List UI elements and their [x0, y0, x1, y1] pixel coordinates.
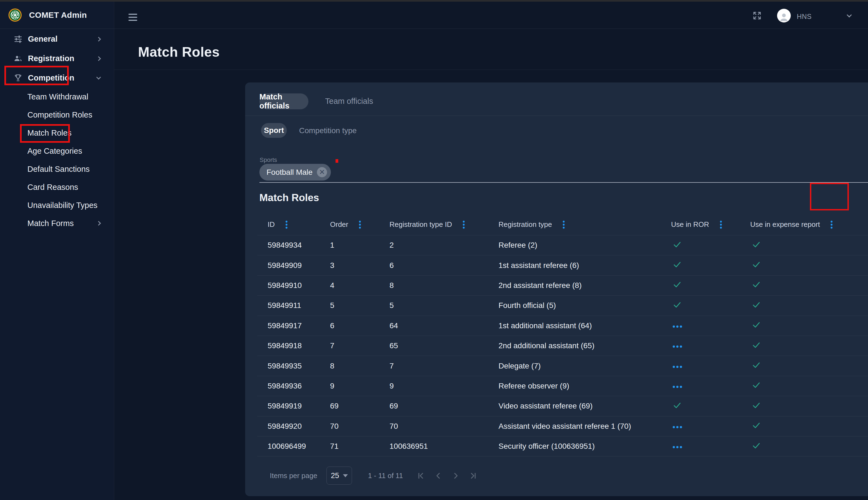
check-icon[interactable] [752, 401, 761, 410]
check-icon[interactable] [752, 320, 761, 329]
check-icon[interactable] [752, 341, 761, 349]
tab-match-officials[interactable]: Match officials [259, 93, 309, 109]
check-icon[interactable] [752, 421, 761, 430]
check-icon[interactable] [752, 300, 761, 309]
topbar: HNS [114, 2, 868, 29]
last-page-button[interactable] [468, 471, 477, 480]
sidebar-item-label: Team Withdrawal [27, 92, 88, 101]
check-icon[interactable] [752, 441, 761, 450]
close-circle-icon[interactable]: ✕ [317, 167, 327, 177]
sidebar-item-match-forms[interactable]: Match Forms [0, 214, 114, 232]
cell-use-in-expense-report [750, 380, 868, 391]
sidebar-item-label: Default Sanctions [27, 164, 90, 174]
user-initials: HNS [797, 13, 812, 21]
indeterminate-dots-icon[interactable] [672, 365, 683, 368]
column-menu-icon[interactable] [562, 220, 565, 229]
sidebar-item-competition-roles[interactable]: Competition Roles [0, 106, 114, 124]
tune-icon [13, 34, 23, 44]
cell-registration-type-id: 100636951 [390, 442, 498, 451]
table-row: 59849910 4 8 2nd assistant referee (8) [257, 276, 868, 296]
cell-id: 59849934 [268, 241, 330, 250]
cell-id: 59849920 [268, 422, 330, 431]
table-row: 59849934 1 2 Referee (2) [257, 235, 868, 255]
indeterminate-dots-icon[interactable] [672, 345, 683, 348]
page-size-value: 25 [331, 471, 339, 480]
brand-name: COMET Admin [29, 10, 87, 20]
first-page-button[interactable] [417, 471, 426, 480]
sidebar-item-registration[interactable]: Registration [0, 49, 114, 68]
filter-tab-competition-type[interactable]: Competition type [299, 126, 357, 135]
sidebar-item-label: Match Roles [27, 128, 71, 137]
cell-order: 70 [330, 422, 390, 431]
filter-tab-sport[interactable]: Sport [261, 123, 287, 138]
table-row: 59849911 5 5 Fourth official (5) [257, 296, 868, 316]
indeterminate-dots-icon[interactable] [672, 425, 683, 429]
cell-id: 59849909 [268, 261, 330, 270]
sidebar-item-general[interactable]: General [0, 29, 114, 49]
cell-use-in-expense-report [750, 240, 868, 251]
sidebar-item-competition[interactable]: Competition [0, 68, 114, 88]
column-menu-icon[interactable] [462, 220, 465, 229]
cell-order: 5 [330, 301, 390, 310]
cell-registration-type-id: 7 [390, 362, 498, 371]
cell-use-in-ror [671, 321, 750, 330]
sidebar-item-unavailability-types[interactable]: Unavailability Types [0, 196, 114, 214]
cell-use-in-ror [671, 300, 750, 311]
check-icon[interactable] [752, 240, 761, 249]
table-header-row: ID Order Registration type ID Registrati… [257, 214, 868, 235]
user-menu-chevron-icon[interactable] [847, 12, 852, 17]
people-icon [13, 54, 23, 64]
sidebar-item-default-sanctions[interactable]: Default Sanctions [0, 160, 114, 178]
column-header-order: Order [330, 220, 390, 229]
column-menu-icon[interactable] [719, 220, 722, 229]
indeterminate-dots-icon[interactable] [672, 325, 683, 328]
check-icon[interactable] [752, 380, 761, 389]
table-body: 59849934 1 2 Referee (2) 59849909 3 6 1s… [257, 235, 868, 456]
check-icon[interactable] [673, 300, 682, 309]
sport-chip-football-male[interactable]: Football Male ✕ [259, 164, 331, 181]
column-menu-icon[interactable] [359, 220, 361, 229]
check-icon[interactable] [752, 361, 761, 369]
sidebar-item-label: Competition [28, 73, 74, 82]
sidebar-item-age-categories[interactable]: Age Categories [0, 142, 114, 160]
sidebar-item-label: Match Forms [27, 219, 74, 228]
cell-registration-type: Referee observer (9) [498, 382, 671, 390]
sidebar-item-label: Registration [28, 54, 74, 63]
cell-use-in-expense-report [750, 401, 868, 411]
indeterminate-dots-icon[interactable] [672, 445, 683, 449]
tab-team-officials[interactable]: Team officials [325, 97, 373, 106]
comet-logo-icon [8, 8, 22, 22]
annotation-dot [336, 159, 338, 163]
check-icon[interactable] [673, 401, 682, 410]
check-icon[interactable] [673, 280, 682, 289]
check-icon[interactable] [673, 260, 682, 269]
fullscreen-icon[interactable] [752, 11, 762, 20]
column-menu-icon[interactable] [285, 220, 288, 229]
check-icon[interactable] [673, 240, 682, 249]
cell-registration-type-id: 8 [390, 281, 498, 290]
previous-page-button[interactable] [434, 471, 443, 480]
column-menu-icon[interactable] [830, 220, 833, 229]
indeterminate-dots-icon[interactable] [672, 385, 683, 388]
cell-id: 59849918 [268, 341, 330, 350]
cell-use-in-ror [671, 260, 750, 271]
column-header-use-in-ror: Use in ROR [671, 220, 750, 229]
cell-registration-type-id: 6 [390, 261, 498, 270]
page-size-select[interactable]: 25 [326, 467, 352, 485]
cell-order: 7 [330, 341, 390, 350]
check-icon[interactable] [752, 280, 761, 289]
sidebar-item-card-reasons[interactable]: Card Reasons [0, 178, 114, 196]
avatar[interactable] [777, 9, 791, 22]
menu-toggle-button[interactable] [128, 14, 137, 23]
next-page-button[interactable] [451, 471, 460, 480]
table-row: 59849935 8 7 Delegate (7) [257, 356, 868, 376]
check-icon[interactable] [752, 260, 761, 269]
cell-use-in-expense-report [750, 361, 868, 371]
sidebar-item-match-roles[interactable]: Match Roles [0, 124, 114, 142]
cell-id: 59849919 [268, 402, 330, 410]
sidebar-item-team-withdrawal[interactable]: Team Withdrawal [0, 88, 114, 106]
browser-top-strip [0, 0, 868, 2]
cell-order: 4 [330, 281, 390, 290]
sidebar: COMET Admin General Registration [0, 2, 114, 500]
table-row: 59849920 70 70 Assistant video assistant… [257, 417, 868, 436]
